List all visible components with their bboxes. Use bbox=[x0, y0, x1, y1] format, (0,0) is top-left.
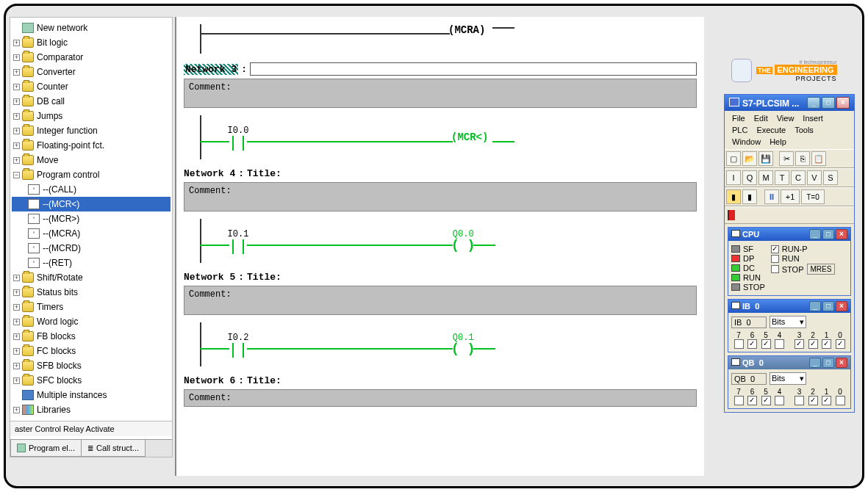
tree-item-comparator[interactable]: +Comparator bbox=[12, 50, 171, 65]
insert-t-icon[interactable]: T bbox=[775, 170, 789, 185]
tree-item-fb-blocks[interactable]: +FB blocks bbox=[12, 329, 171, 344]
expander-icon[interactable]: − bbox=[13, 172, 20, 178]
qb-format-select[interactable]: Bits▾ bbox=[770, 372, 806, 385]
contact-i0-0[interactable]: I0.0 bbox=[229, 131, 247, 151]
paste-icon[interactable]: 📋 bbox=[811, 151, 826, 166]
tab-program-elements[interactable]: Program el... bbox=[10, 440, 82, 457]
insert-m-icon[interactable]: M bbox=[758, 170, 773, 185]
coil-q0-1[interactable]: Q0.1 ( ) bbox=[451, 339, 475, 353]
network-3-label[interactable]: Network 3 bbox=[184, 64, 238, 75]
tree-item-sfb-blocks[interactable]: +SFB blocks bbox=[12, 358, 171, 373]
bit-7-checkbox[interactable] bbox=[734, 396, 744, 405]
bit-2-checkbox[interactable] bbox=[808, 396, 818, 405]
tree-item--call-[interactable]: ◦--(CALL) bbox=[12, 182, 171, 197]
mcra-coil[interactable]: (MCRA) bbox=[448, 24, 485, 36]
cpu-minimize-button[interactable]: _ bbox=[809, 229, 821, 239]
cpu-maximize-button[interactable]: □ bbox=[822, 229, 834, 239]
bit-7-checkbox[interactable] bbox=[734, 339, 744, 349]
bit-6-checkbox[interactable] bbox=[747, 396, 757, 405]
bit-4-checkbox[interactable] bbox=[775, 396, 784, 405]
expander-icon[interactable]: + bbox=[13, 84, 20, 90]
tab-call-structure[interactable]: ≣ Call struct... bbox=[81, 440, 146, 457]
flag-icon[interactable] bbox=[728, 210, 735, 220]
tree-item-new-network[interactable]: New network bbox=[12, 21, 171, 35]
tree-item--ret-[interactable]: ◦--(RET) bbox=[12, 256, 171, 270]
network-5-label[interactable]: Network 5 bbox=[184, 272, 235, 283]
bit-4-checkbox[interactable] bbox=[775, 339, 784, 349]
tree-item-status-bits[interactable]: +Status bits bbox=[12, 285, 171, 300]
tree-item--mcra-[interactable]: ◦--(MCRA) bbox=[12, 226, 171, 241]
qb-address-input[interactable]: QB 0 bbox=[731, 373, 767, 385]
stop-checkbox[interactable] bbox=[771, 265, 779, 273]
contact-i0-1[interactable]: I0.1 bbox=[229, 235, 247, 254]
bit-2-checkbox[interactable] bbox=[808, 339, 818, 349]
bit-1-checkbox[interactable] bbox=[822, 339, 831, 349]
qb-minimize-button[interactable]: _ bbox=[809, 358, 821, 368]
expander-icon[interactable]: + bbox=[13, 128, 20, 134]
expander-icon[interactable]: + bbox=[13, 363, 20, 369]
cpu-close-button[interactable]: × bbox=[836, 229, 847, 239]
run-checkbox[interactable] bbox=[771, 255, 779, 263]
pause-button[interactable]: II bbox=[764, 189, 779, 204]
mcr-open-coil[interactable]: (MCR<) bbox=[451, 131, 488, 143]
expander-icon[interactable]: + bbox=[13, 98, 20, 105]
tree-item-floating-point-fct-[interactable]: +Floating-point fct. bbox=[12, 138, 171, 153]
run-mode-icon[interactable]: ▮ bbox=[726, 189, 741, 204]
expander-icon[interactable]: + bbox=[13, 319, 20, 325]
bit-6-checkbox[interactable] bbox=[747, 339, 757, 349]
ib-maximize-button[interactable]: □ bbox=[822, 301, 834, 311]
expander-icon[interactable]: + bbox=[13, 407, 20, 413]
insert-v-icon[interactable]: V bbox=[807, 170, 822, 185]
coil-q0-0[interactable]: Q0.0 ( ) bbox=[451, 235, 475, 250]
maximize-button[interactable]: □ bbox=[822, 97, 835, 109]
menu-window[interactable]: Window bbox=[728, 136, 765, 148]
insert-c-icon[interactable]: C bbox=[791, 170, 806, 185]
tree-item-bit-logic[interactable]: +Bit logic bbox=[12, 35, 171, 50]
bit-0-checkbox[interactable] bbox=[836, 339, 845, 349]
ib-close-button[interactable]: × bbox=[836, 301, 847, 311]
qb-close-button[interactable]: × bbox=[836, 358, 847, 368]
ib-minimize-button[interactable]: _ bbox=[809, 301, 821, 311]
insert-s-icon[interactable]: S bbox=[823, 170, 838, 185]
bit-3-checkbox[interactable] bbox=[795, 339, 804, 349]
open-icon[interactable]: 📂 bbox=[742, 151, 757, 166]
ib-format-select[interactable]: Bits▾ bbox=[770, 316, 806, 328]
menu-execute[interactable]: Execute bbox=[752, 124, 790, 136]
expander-icon[interactable]: + bbox=[13, 113, 20, 120]
expander-icon[interactable]: + bbox=[13, 304, 20, 311]
tree-item-integer-function[interactable]: +Integer function bbox=[12, 123, 171, 138]
menu-edit[interactable]: Edit bbox=[750, 112, 772, 124]
plcsim-titlebar[interactable]: S7-PLCSIM ... _ □ × bbox=[725, 95, 854, 111]
bit-5-checkbox[interactable] bbox=[761, 339, 771, 349]
expander-icon[interactable]: + bbox=[13, 275, 20, 281]
mres-button[interactable]: MRES bbox=[807, 264, 836, 275]
tree-item-shift-rotate[interactable]: +Shift/Rotate bbox=[12, 270, 171, 285]
expander-icon[interactable]: + bbox=[13, 40, 20, 46]
ib-address-input[interactable]: IB 0 bbox=[731, 316, 767, 328]
tree-item-converter[interactable]: +Converter bbox=[12, 65, 171, 79]
expander-icon[interactable]: + bbox=[13, 142, 20, 149]
single-step-button[interactable]: +1 bbox=[781, 189, 800, 204]
network-6-label[interactable]: Network 6 bbox=[184, 375, 235, 386]
tree-item-jumps[interactable]: +Jumps bbox=[12, 109, 171, 123]
bit-0-checkbox[interactable] bbox=[836, 396, 845, 405]
cut-icon[interactable]: ✂ bbox=[779, 151, 794, 166]
bit-5-checkbox[interactable] bbox=[761, 396, 771, 405]
tree-item-fc-blocks[interactable]: +FC blocks bbox=[12, 344, 171, 358]
copy-icon[interactable]: ⎘ bbox=[795, 151, 810, 166]
network-4-comment[interactable]: Comment: bbox=[184, 182, 697, 211]
network-5-comment[interactable]: Comment: bbox=[184, 286, 697, 315]
tree-item-word-logic[interactable]: +Word logic bbox=[12, 314, 171, 329]
menu-help[interactable]: Help bbox=[765, 136, 791, 148]
expander-icon[interactable]: + bbox=[13, 157, 20, 164]
menu-plc[interactable]: PLC bbox=[728, 124, 752, 136]
expander-icon[interactable]: + bbox=[13, 54, 20, 61]
tree-item-libraries[interactable]: +Libraries bbox=[12, 402, 171, 417]
network-4-label[interactable]: Network 4 bbox=[184, 168, 235, 179]
menu-file[interactable]: File bbox=[728, 112, 750, 124]
bit-3-checkbox[interactable] bbox=[795, 396, 804, 405]
insert-i-icon[interactable]: I bbox=[726, 170, 741, 185]
expander-icon[interactable]: + bbox=[13, 69, 20, 76]
expander-icon[interactable]: + bbox=[13, 377, 20, 384]
menu-view[interactable]: View bbox=[772, 112, 799, 124]
